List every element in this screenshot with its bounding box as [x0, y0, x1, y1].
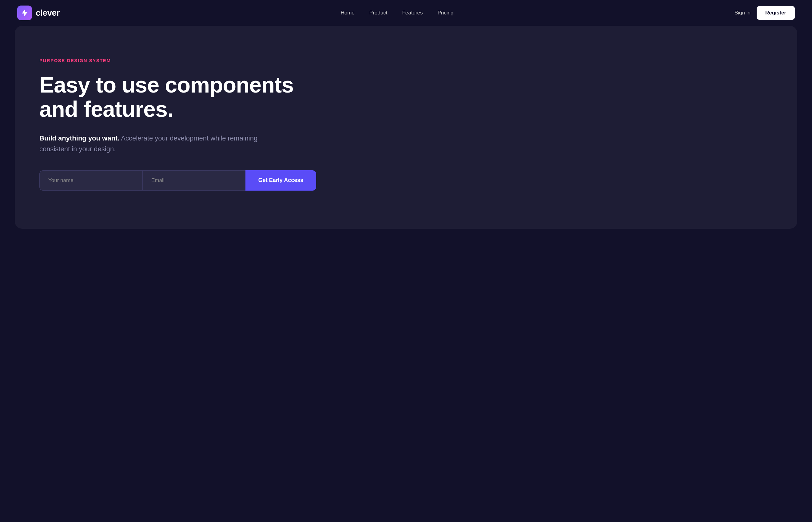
nav-item-pricing[interactable]: Pricing — [438, 10, 454, 16]
logo-text: clever — [36, 8, 60, 18]
nav-item-product[interactable]: Product — [370, 10, 388, 16]
nav-item-features[interactable]: Features — [402, 10, 422, 16]
eyebrow-label: PURPOSE DESIGN SYSTEM — [39, 58, 773, 63]
signin-button[interactable]: Sign in — [734, 10, 751, 16]
nav-link-home[interactable]: Home — [340, 10, 354, 16]
email-input[interactable] — [142, 170, 245, 190]
register-button[interactable]: Register — [757, 6, 795, 20]
lightning-icon — [20, 8, 29, 17]
nav-link-product[interactable]: Product — [370, 10, 388, 16]
nav-link-features[interactable]: Features — [402, 10, 422, 16]
hero-card: PURPOSE DESIGN SYSTEM Easy to use compon… — [15, 26, 797, 229]
nav-actions: Sign in Register — [734, 6, 795, 20]
nav-link-pricing[interactable]: Pricing — [438, 10, 454, 16]
nav-links: Home Product Features Pricing — [340, 10, 453, 16]
logo-icon — [17, 5, 32, 20]
hero-form: Get Early Access — [39, 170, 316, 190]
hero-subtitle-strong: Build anything you want. — [39, 134, 119, 142]
cta-button[interactable]: Get Early Access — [245, 170, 316, 190]
logo-link[interactable]: clever — [17, 5, 60, 20]
navbar: clever Home Product Features Pricing Sig… — [0, 0, 812, 26]
hero-title: Easy to use components and features. — [39, 73, 316, 121]
hero-subtitle: Build anything you want. Accelerate your… — [39, 133, 279, 154]
nav-item-home[interactable]: Home — [340, 10, 354, 16]
main-wrapper: PURPOSE DESIGN SYSTEM Easy to use compon… — [0, 26, 812, 247]
name-input[interactable] — [39, 170, 142, 190]
